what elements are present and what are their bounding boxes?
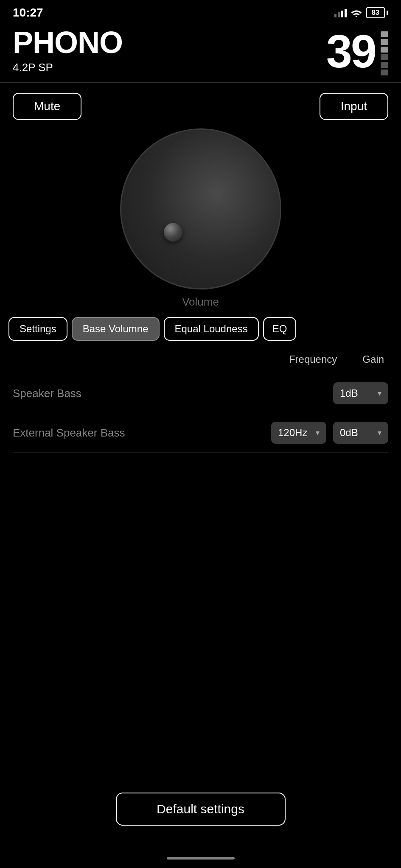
chevron-down-icon: ▾ bbox=[316, 428, 320, 437]
home-indicator bbox=[167, 857, 235, 860]
tab-base-volume[interactable]: Base Volumne bbox=[72, 317, 160, 341]
header-left: PHONO 4.2P SP bbox=[13, 27, 123, 74]
volume-knob-label: Volume bbox=[182, 295, 219, 309]
volume-knob-section: Volume bbox=[0, 128, 401, 309]
source-subtitle: 4.2P SP bbox=[13, 61, 123, 74]
external-speaker-bass-freq-dropdown[interactable]: 120Hz ▾ bbox=[271, 422, 326, 444]
header-right: 39 bbox=[326, 27, 388, 75]
default-settings-button[interactable]: Default settings bbox=[116, 793, 286, 826]
external-speaker-bass-label: External Speaker Bass bbox=[13, 426, 271, 440]
wifi-icon bbox=[351, 8, 362, 17]
svg-point-0 bbox=[356, 16, 357, 17]
chevron-down-icon: ▾ bbox=[378, 428, 381, 437]
volume-display: 39 bbox=[326, 28, 376, 75]
tab-eq[interactable]: EQ bbox=[263, 317, 297, 341]
speaker-bass-label: Speaker Bass bbox=[13, 387, 271, 400]
tab-row: Settings Base Volumne Equal Loudness EQ bbox=[0, 317, 401, 341]
main-buttons-row: Mute Input bbox=[0, 93, 401, 120]
input-button[interactable]: Input bbox=[320, 93, 388, 120]
chevron-down-icon: ▾ bbox=[378, 389, 381, 398]
volume-knob[interactable] bbox=[120, 128, 281, 289]
status-time: 10:27 bbox=[13, 6, 43, 19]
default-settings-section: Default settings bbox=[0, 793, 401, 826]
speaker-bass-controls: 1dB ▾ bbox=[271, 382, 388, 404]
external-speaker-bass-gain-dropdown[interactable]: 0dB ▾ bbox=[333, 422, 388, 444]
gain-column-label: Gain bbox=[362, 353, 384, 365]
speaker-bass-row: Speaker Bass 1dB ▾ bbox=[13, 374, 388, 413]
header-divider bbox=[0, 82, 401, 83]
mute-button[interactable]: Mute bbox=[13, 93, 81, 120]
knob-indicator bbox=[164, 223, 182, 242]
tab-settings[interactable]: Settings bbox=[8, 317, 67, 341]
external-speaker-bass-controls: 120Hz ▾ 0dB ▾ bbox=[271, 422, 388, 444]
status-bar: 10:27 83 bbox=[0, 0, 401, 23]
tab-equal-loudness[interactable]: Equal Loudness bbox=[164, 317, 259, 341]
battery-icon: 83 bbox=[366, 7, 388, 18]
settings-panel: Frequency Gain Speaker Bass 1dB ▾ Extern… bbox=[0, 353, 401, 453]
header: PHONO 4.2P SP 39 bbox=[0, 23, 401, 82]
app-title: PHONO bbox=[13, 27, 123, 58]
signal-icon bbox=[334, 8, 347, 17]
external-speaker-bass-row: External Speaker Bass 120Hz ▾ 0dB ▾ bbox=[13, 413, 388, 453]
volume-bar bbox=[381, 27, 388, 75]
settings-columns-header: Frequency Gain bbox=[13, 353, 388, 365]
status-icons: 83 bbox=[334, 7, 388, 18]
speaker-bass-gain-dropdown[interactable]: 1dB ▾ bbox=[333, 382, 388, 404]
frequency-column-label: Frequency bbox=[289, 353, 337, 365]
